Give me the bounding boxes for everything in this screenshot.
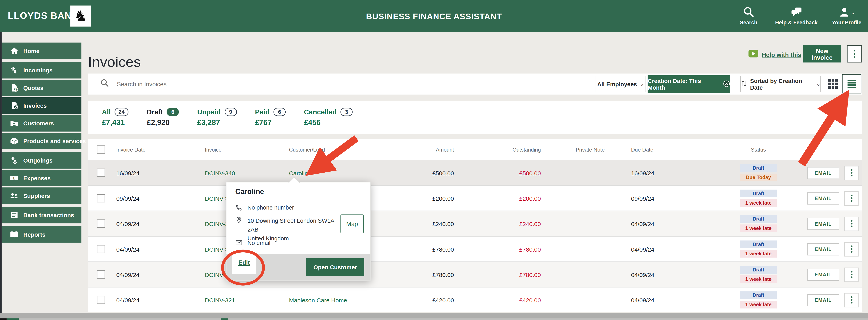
row-checkbox[interactable]	[97, 245, 105, 253]
email-button[interactable]: EMAIL	[807, 268, 839, 281]
row-more-options-button[interactable]	[844, 216, 859, 231]
list-view-toggle-active[interactable]	[842, 74, 861, 93]
sidebar-item-label: Incomings	[23, 67, 53, 73]
page-more-options-button[interactable]	[847, 45, 862, 63]
top-action-help-feedback[interactable]: Help & Feedback	[775, 7, 817, 26]
row-checkbox[interactable]	[97, 296, 105, 304]
tab-draft[interactable]: Draft6£2,920	[147, 108, 179, 127]
row-more-options-button[interactable]	[844, 293, 859, 307]
select-all-checkbox[interactable]	[97, 145, 105, 154]
sidebar-item-products-and-services[interactable]: Products and services	[2, 133, 81, 149]
customer-link[interactable]: Mapleson Care Home	[289, 296, 394, 303]
tab-amount: £7,431	[102, 118, 128, 127]
row-actions: EMAIL	[797, 242, 862, 256]
email-button[interactable]: EMAIL	[807, 218, 839, 230]
horizontal-scrollbar[interactable]	[0, 313, 868, 318]
tab-paid[interactable]: Paid6£767	[255, 108, 286, 127]
tab-amount: £2,920	[147, 118, 179, 127]
reports-icon	[9, 230, 19, 239]
customer-popup: Caroline No phone number 10 Downing Stre…	[226, 182, 371, 281]
sidebar-item-label: Home	[23, 47, 39, 54]
status-tabs: All24£7,431Draft6£2,920Unpaid9£3,287Paid…	[88, 101, 862, 134]
tab-unpaid[interactable]: Unpaid9£3,287	[197, 108, 237, 127]
customer-link[interactable]: Caroline	[289, 170, 394, 176]
due-date-cell: 04/09/24	[631, 296, 720, 303]
sidebar-item-invoices[interactable]: Invoices	[2, 97, 81, 114]
status-badge-draft: Draft	[740, 266, 777, 274]
home-icon	[9, 46, 19, 56]
svg-text:£: £	[14, 88, 17, 92]
table-row: 16/09/24DCINV-340Caroline£500.00£500.001…	[88, 160, 862, 185]
col-header-status: Status	[720, 146, 797, 152]
email-button[interactable]: EMAIL	[807, 243, 839, 255]
sidebar-item-bank-transactions[interactable]: Bank transactions	[2, 207, 81, 223]
outstanding-cell: £780.00	[454, 246, 541, 252]
expenses-icon: £	[9, 173, 19, 183]
due-date-cell: 04/09/24	[631, 271, 720, 278]
row-checkbox[interactable]	[97, 194, 105, 202]
sidebar-item-customers[interactable]: Customers	[2, 115, 81, 132]
top-bar: LLOYDS BANK ♞ BUSINESS FINANCE ASSISTANT…	[0, 0, 868, 32]
top-action-label: Help & Feedback	[775, 19, 817, 25]
status-cell: Draft1 week late	[720, 266, 797, 283]
sidebar-item-outgoings[interactable]: Outgoings	[2, 152, 81, 169]
window-edge	[0, 32, 2, 318]
sidebar-item-label: Customers	[23, 120, 54, 127]
col-header-customer-lead: Customer/Lead	[289, 146, 394, 152]
row-more-options-button[interactable]	[844, 267, 859, 282]
status-badge-sub: 1 week late	[740, 224, 777, 232]
help-with-this[interactable]: Help with this	[748, 50, 802, 60]
map-button[interactable]: Map	[341, 214, 364, 233]
tab-label: Paid	[255, 108, 270, 116]
table-row: 04/09/24DCINV-324£780.00£780.0004/09/24D…	[88, 261, 862, 287]
due-date-cell: 04/09/24	[631, 220, 720, 227]
suppliers-icon	[9, 191, 19, 201]
tab-all[interactable]: All24£7,431	[102, 108, 128, 127]
email-button[interactable]: EMAIL	[807, 294, 839, 306]
sort-arrows-icon	[741, 80, 747, 88]
invoice-number-link[interactable]: DCINV-321	[205, 296, 289, 303]
row-more-options-button[interactable]	[844, 242, 859, 256]
status-cell: Draft1 week late	[720, 190, 797, 207]
open-customer-button[interactable]: Open Customer	[306, 258, 364, 276]
edit-button[interactable]: Edit	[232, 250, 256, 274]
sidebar-item-label: Suppliers	[23, 192, 50, 199]
sidebar-item-label: Expenses	[23, 175, 51, 181]
email-button[interactable]: EMAIL	[807, 192, 839, 204]
status-cell: DraftDue Today	[720, 164, 797, 181]
creation-date-filter-chip[interactable]: Creation Date: This Month	[648, 75, 730, 93]
top-action-search[interactable]: Search	[736, 7, 761, 26]
sidebar-item-label: Quotes	[23, 84, 43, 91]
grid-view-toggle-icon[interactable]	[828, 79, 838, 91]
sidebar-item-quotes[interactable]: £Quotes	[2, 80, 81, 96]
search-input[interactable]	[116, 80, 284, 88]
invoice-number-link[interactable]: DCINV-340	[205, 170, 289, 176]
table-row: 04/09/24DCINV-325£780.00£780.0004/09/24D…	[88, 236, 862, 261]
popup-footer: Edit Open Customer	[226, 254, 370, 280]
row-actions: EMAIL	[797, 216, 862, 231]
email-button[interactable]: EMAIL	[807, 167, 839, 179]
tab-count-badge: 6	[167, 108, 179, 116]
sidebar-item-expenses[interactable]: £Expenses	[2, 170, 81, 186]
col-header-due-date: Due Date	[631, 146, 720, 152]
row-more-options-button[interactable]	[844, 191, 859, 205]
status-badge-draft: Draft	[740, 240, 777, 248]
sort-dropdown[interactable]: Sorted by Creation Date⌄	[740, 76, 821, 92]
new-invoice-button[interactable]: New Invoice	[803, 45, 841, 63]
row-more-options-button[interactable]	[844, 166, 859, 180]
remove-filter-icon[interactable]	[723, 80, 730, 88]
employee-filter-dropdown[interactable]: All Employees⌄	[596, 76, 645, 92]
row-actions: EMAIL	[797, 293, 862, 307]
tab-cancelled[interactable]: Cancelled3£456	[304, 108, 353, 127]
row-checkbox[interactable]	[97, 169, 105, 177]
invoice-date-cell: 04/09/24	[116, 296, 205, 303]
sidebar-item-reports[interactable]: Reports	[2, 226, 81, 243]
row-checkbox[interactable]	[97, 270, 105, 279]
table-row: 04/09/24DCINV-321Mapleson Care Home£420.…	[88, 287, 862, 312]
sidebar-item-suppliers[interactable]: Suppliers	[2, 187, 81, 204]
top-action-your-profile[interactable]: ⌄Your Profile	[832, 7, 861, 26]
help-with-this-link[interactable]: Help with this	[762, 51, 801, 58]
sidebar-item-incomings[interactable]: Incomings	[2, 62, 81, 78]
row-checkbox[interactable]	[97, 219, 105, 228]
sidebar-item-home[interactable]: Home	[2, 43, 81, 59]
